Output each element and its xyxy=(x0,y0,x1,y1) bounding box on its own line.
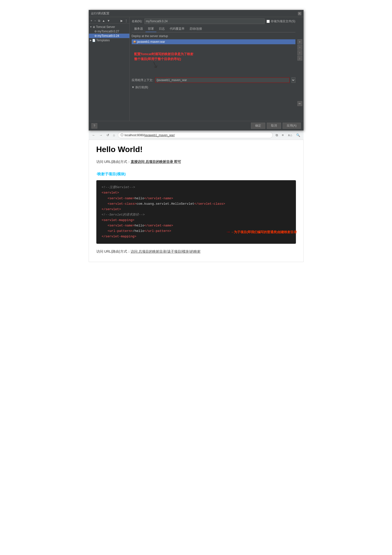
side-action-buttons: + − ↑ ↓ xyxy=(297,39,302,61)
ide-tabs: 服务器 部署 日志 代码覆盖率 启动/连接 xyxy=(132,26,295,32)
code-line-3: <servlet-name>hello</servlet-name> xyxy=(102,196,290,201)
deploy-label: Deploy at the server startup xyxy=(132,34,295,38)
app-context-dropdown[interactable] xyxy=(291,77,295,83)
config-icon-1: ⚙ xyxy=(94,30,97,33)
code-line-4: <servlet-class>com.kuang.servlet.HelloSe… xyxy=(102,201,290,207)
section-title-1: ·映射子项目(模块) xyxy=(96,172,296,177)
deploy-item-icon: 📦 xyxy=(133,41,136,43)
app-context-label: 应用程序上下文: xyxy=(132,78,153,82)
movedown-deploy-button[interactable]: ↓ xyxy=(297,56,302,61)
save-project-file-checkbox[interactable] xyxy=(267,20,270,23)
arrow-right-icon: → xyxy=(227,228,230,236)
tomcat-arrow: ▼ xyxy=(90,26,92,28)
templates-icon: 📄 xyxy=(92,39,96,42)
templates-label: Templates xyxy=(96,39,110,42)
apply-button[interactable]: 应用(A) xyxy=(283,123,301,129)
code-line-8: <servlet-name>hello</servlet-name> xyxy=(102,223,290,228)
dialog-title: 运行/调试配置 xyxy=(91,11,109,16)
code-line-2: <servlet> xyxy=(102,190,290,196)
add-config-button[interactable]: + xyxy=(90,19,93,23)
close-button[interactable]: × xyxy=(298,12,301,15)
tab-deploy[interactable]: 部署 xyxy=(145,26,156,32)
browser-action-zoom[interactable]: 🔍 xyxy=(295,133,301,137)
url-note-2: 访问 URL(路由)方式：访问 总项目的映射目录/该子项目(模块)的映射 xyxy=(96,249,296,254)
app-context-row: 应用程序上下文: xyxy=(132,77,295,83)
tab-server[interactable]: 服务器 xyxy=(132,26,145,32)
url-text: localhost:8080/javaweb1_maven_war/ xyxy=(124,133,175,137)
browser-action-copy[interactable]: ⧉ xyxy=(275,133,279,138)
url-note2-prefix: 访问 URL(路由)方式： xyxy=(96,249,131,253)
add-deploy-button[interactable]: + xyxy=(297,39,302,44)
ok-button[interactable]: 确定 xyxy=(251,123,265,129)
before-launch: ▼ 执行前(B) xyxy=(132,85,295,89)
tab-logs[interactable]: 日志 xyxy=(156,26,167,32)
code-line-5: </servlet> xyxy=(102,207,290,212)
moveup-deploy-button[interactable]: ↑ xyxy=(297,50,302,55)
copy-config-button[interactable]: ⧉ xyxy=(98,19,101,23)
save-label: 存储为项目文件(S) xyxy=(271,19,295,23)
hello-world-heading: Hello World! xyxy=(96,145,296,154)
home-button[interactable]: ⌂ xyxy=(112,133,116,137)
tomcat9027-label: myTomcat9.0.27 xyxy=(98,30,119,33)
ide-right-panel: 名称(N): 存储为项目文件(S) 服务器 部署 日志 代码覆盖率 启动/连接 … xyxy=(130,17,303,121)
code-block: <!--注册Servlet--> <servlet> <servlet-name… xyxy=(96,180,296,244)
remove-config-button[interactable]: − xyxy=(94,19,97,23)
sidebar-item-tomcat9024[interactable]: ⚙ myTomcat9.0.24 xyxy=(89,34,129,38)
url-note-1: 访问 URL(路由)方式：直接访问 总项目的映射目录 即可 xyxy=(96,159,296,164)
code-line-1: <!--注册Servlet--> xyxy=(102,185,290,190)
cancel-button[interactable]: 取消 xyxy=(267,123,281,129)
annotation-area: 配置Tomcat时填写的映射目录是为了映射 整个项目(即用于整个目录的寻址) ↙ xyxy=(132,49,295,64)
url-bar[interactable]: ⓘ localhost:8080/javaweb1_maven_war/ xyxy=(118,132,273,138)
edit-pen-button[interactable]: ✏ xyxy=(297,101,302,106)
sidebar-item-tomcat9027[interactable]: ⚙ myTomcat9.0.27 xyxy=(89,29,129,34)
moveup-config-button[interactable]: ▲ xyxy=(102,19,106,23)
name-label: 名称(N): xyxy=(132,19,143,23)
url-note2-underline: 访问 总项目的映射目录/该子项目(模块)的映射 xyxy=(131,249,201,253)
back-button[interactable]: ← xyxy=(91,133,96,137)
annotation-text: 配置Tomcat时填写的映射目录是为了映射 整个项目(即用于整个目录的寻址) xyxy=(134,52,293,61)
browser-bar: ← → ↺ ⌂ ⓘ localhost:8080/javaweb1_maven_… xyxy=(89,131,304,140)
code-line-7: <servlet-mapping> xyxy=(102,218,290,223)
tomcat-icon: 🖥 xyxy=(92,25,95,28)
browser-action-menu[interactable]: ≡ xyxy=(281,133,285,137)
code-line-6: <!--Servlet的请求路径--> xyxy=(102,212,290,218)
remove-deploy-button[interactable]: − xyxy=(297,45,302,50)
browser-action-profile[interactable]: ∧⌂ xyxy=(287,133,293,137)
tomcat-group-label: Tomcat Server xyxy=(96,25,115,29)
arrow-annotation-text: →为子项目(即我们编写的普通类)创建映射目录 xyxy=(231,229,297,235)
movedown-config-button[interactable]: ▼ xyxy=(106,19,110,23)
deploy-item[interactable]: 📦 javaweb1-maven:war xyxy=(132,39,295,44)
help-button[interactable]: ? xyxy=(91,123,98,129)
templates-arrow: ▶ xyxy=(90,39,92,42)
config-icon-2: ⚙ xyxy=(94,34,97,38)
sidebar-group-tomcat: ▼ 🖥 Tomcat Server xyxy=(89,25,129,29)
tab-startup[interactable]: 启动/连接 xyxy=(187,26,205,32)
refresh-button[interactable]: ↺ xyxy=(105,133,110,137)
url-note1-prefix: 访问 URL(路由)方式： xyxy=(96,160,131,164)
ide-titlebar: 运行/调试配置 × xyxy=(89,10,303,17)
ide-footer: ? 确定 取消 应用(A) xyxy=(89,121,303,130)
app-context-input[interactable] xyxy=(155,77,289,83)
info-icon: ⓘ xyxy=(121,133,124,137)
url-underline: javaweb1_maven_war/ xyxy=(144,133,175,137)
main-content: Hello World! 访问 URL(路由)方式：直接访问 总项目的映射目录 … xyxy=(89,140,304,262)
more-button[interactable]: ⋮ xyxy=(124,19,128,23)
tab-coverage[interactable]: 代码覆盖率 xyxy=(167,26,187,32)
ide-dialog: 运行/调试配置 × + − ⧉ ▲ ▼ ▶ ⋮ ▼ 🖥 Tomcat Serve… xyxy=(89,10,304,131)
sidebar-group-templates[interactable]: ▶ 📄 Templates xyxy=(89,38,129,43)
forward-button[interactable]: → xyxy=(98,133,103,137)
deploy-item-label: javaweb1-maven:war xyxy=(137,40,165,44)
expand-button[interactable]: ▶ xyxy=(120,19,123,23)
tomcat9024-label: myTomcat9.0.24 xyxy=(98,34,119,38)
url-note1-underline: 直接访问 总项目的映射目录 即可 xyxy=(131,160,181,164)
code-arrow-annotation: → →为子项目(即我们编写的普通类)创建映射目录 xyxy=(227,228,297,236)
ide-sidebar: + − ⧉ ▲ ▼ ▶ ⋮ ▼ 🖥 Tomcat Server ⚙ myTomc… xyxy=(89,17,130,121)
name-input[interactable] xyxy=(144,19,265,24)
